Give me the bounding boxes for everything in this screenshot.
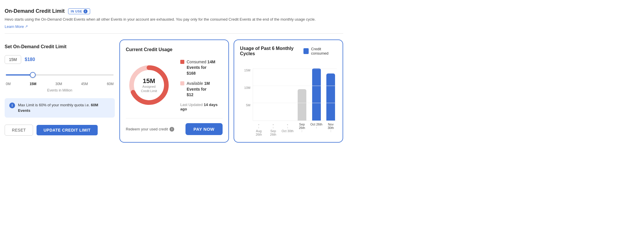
legend-area: Consumed 14M Events for $168 Available 1… [180,59,223,112]
x-arrow-0: ↑ [253,126,265,129]
x-arrow-5: ↑ [325,130,337,133]
gridline-mid1 [253,86,337,86]
slider-thumb[interactable] [30,72,36,78]
consumed-label: Consumed [187,60,206,64]
bar-col-5 [325,69,337,121]
slider-container[interactable]: 0M 15M 30M 45M 60M [5,70,115,86]
slider-label-15m: 15M [30,82,36,86]
learn-more-link[interactable]: Learn More ↗ [5,24,28,29]
bar-col-2 [282,69,294,121]
chart-title: Usage of Past 6 Monthly Cycles [240,46,303,56]
slider-label-60m: 60M [107,82,114,86]
slider-track [6,74,114,76]
bar-3 [298,89,306,121]
right-panel: Usage of Past 6 Monthly Cycles Credit co… [234,40,343,143]
update-credit-limit-button[interactable]: UPDATE CREDIT LIMIT [37,125,97,135]
bar-col-1 [268,69,280,121]
gridline-mid2 [253,103,337,103]
x-label-col-2: -↑Oct 30th [281,123,294,136]
events-label: Events in Million [5,88,115,92]
pay-now-section: Redeem your used credit i PAY NOW [126,118,223,135]
left-panel: Set On-Demand Credit Limit 15M $180 0M 1… [5,40,115,143]
bars-container [253,69,337,121]
left-panel-title: Set On-Demand Credit Limit [5,44,115,49]
pay-now-button[interactable]: PAY NOW [185,123,223,135]
x-top-label-5: Nov 30th [325,123,337,130]
bar-4 [312,68,321,121]
in-use-label: IN USE [71,10,82,13]
main-grid: Set On-Demand Credit Limit 15M $180 0M 1… [5,40,343,143]
bars-with-axis: 15M 10M 5M [240,62,337,121]
info-box: i Max Limit is 60% of your monthly quota… [5,98,115,118]
legend-label: Credit consumed [311,47,337,55]
y-label-5m: 5M [246,103,250,107]
x-labels-area: -↑Aug 26th-↑Sep 26th-↑Oct 30thSep 26th↑O… [253,123,337,136]
slider-label-45m: 45M [81,82,88,86]
consumed-price: $168 [187,71,196,76]
last-updated: Last Updated 14 days ago [180,103,223,111]
x-top-label-4: Oct 26th [310,123,323,126]
redeem-info-icon: i [170,127,174,132]
legend-consumed: Consumed 14M Events for $168 [180,59,223,76]
slider-labels: 0M 15M 30M 45M 60M [6,82,114,86]
consumed-text: Consumed 14M Events for $168 [187,59,223,76]
info-box-text: Max Limit is 60% of your monthly quota i… [18,102,110,114]
x-top-label-1: - [267,123,279,126]
x-label-col-4: Oct 26th↑ [310,123,323,136]
available-text: Available 1M Events for $12 [187,81,223,98]
x-label-col-1: -↑Sep 26th [267,123,279,136]
donut-center-value: 15M [141,78,157,85]
header-description: Hevo starts using the On-Demand Credit E… [5,17,343,22]
middle-panel: Current Credit Usage 15M AssignedCredit … [119,40,229,143]
chart-header: Usage of Past 6 Monthly Cycles Credit co… [240,46,337,56]
bar-col-3 [296,69,308,121]
credit-value-display: 15M $180 [5,55,115,64]
last-updated-prefix: Last Updated [180,103,203,107]
bar-5 [326,73,335,121]
gridline-top [253,69,337,69]
bar-chart: 15M 10M 5M -↑Aug 26th-↑Sep 26th- [240,62,337,137]
y-label-15m: 15M [244,69,250,72]
info-box-icon: i [9,103,15,108]
x-bottom-label-2: Oct 30th [281,129,294,133]
donut-chart: 15M AssignedCredit Limit [126,62,172,108]
x-label-col-0: -↑Aug 26th [253,123,265,136]
legend-color-box [303,48,309,54]
action-buttons: RESET UPDATE CREDIT LIMIT [5,125,115,136]
credit-events-box: 15M [5,55,21,64]
consumed-dot [180,60,184,64]
header-title-row: On-Demand Credit Limit IN USE i [5,8,343,14]
learn-more-text: Learn More [5,24,24,29]
reset-button[interactable]: RESET [5,125,33,136]
x-label-col-5: Nov 30th↑ [325,123,337,136]
available-price: $12 [187,92,193,97]
x-bottom-label-0: Aug 26th [253,129,265,136]
x-bottom-label-1: Sep 26th [267,129,279,136]
page-title: On-Demand Credit Limit [5,8,65,14]
page-container: On-Demand Credit Limit IN USE i Hevo sta… [0,0,348,147]
x-arrow-3: ↑ [296,130,308,133]
x-top-label-0: - [253,123,265,126]
available-dot [180,81,184,85]
in-use-badge: IN USE i [68,8,90,14]
x-top-label-3: Sep 26th [296,123,308,130]
usage-content: 15M AssignedCredit Limit Consumed 14M Ev… [126,59,223,112]
donut-center: 15M AssignedCredit Limit [141,78,157,93]
redeem-text: Redeem your used credit i [126,127,174,132]
slider-wrapper[interactable] [6,70,114,80]
middle-panel-title: Current Credit Usage [126,47,223,52]
bar-col-0 [253,69,265,121]
bar-col-4 [310,69,323,121]
credit-dollars: $180 [25,57,35,62]
x-top-label-2: - [281,123,294,126]
y-label-10m: 10M [244,86,250,89]
legend-available: Available 1M Events for $12 [180,81,223,98]
info-text-prefix: Max Limit is 60% of your monthly quota i… [18,103,91,107]
x-arrow-2: ↑ [281,126,294,129]
slider-label-30m: 30M [55,82,62,86]
x-arrow-4: ↑ [310,126,323,129]
slider-fill [6,74,33,76]
external-link-icon: ↗ [25,24,28,28]
y-axis: 15M 10M 5M [240,69,250,121]
donut-center-label: AssignedCredit Limit [141,85,157,93]
